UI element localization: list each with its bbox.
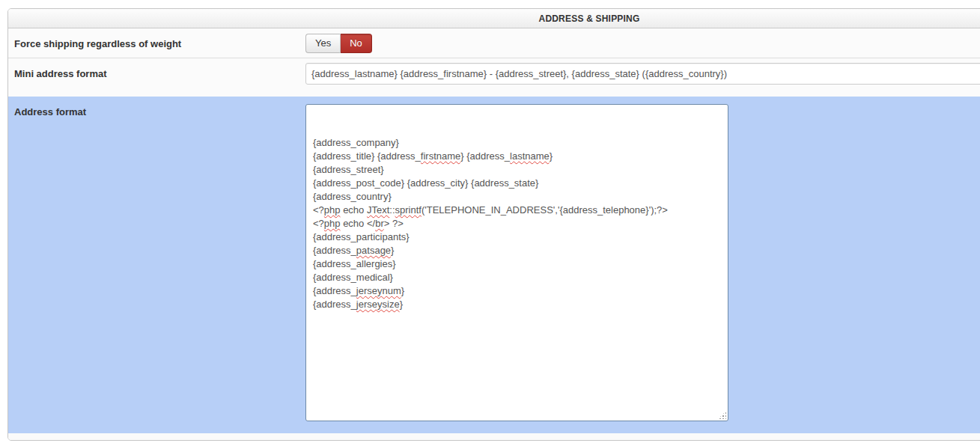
- force-shipping-yes-button[interactable]: Yes: [305, 34, 341, 53]
- force-shipping-toggle: Yes No: [305, 34, 372, 53]
- force-shipping-no-button[interactable]: No: [341, 34, 372, 53]
- mini-address-format-control: [305, 58, 980, 85]
- textarea-line: {address_jerseynum}: [313, 284, 721, 298]
- textarea-line: {address_patsage}: [313, 244, 721, 257]
- textarea-line: <?php echo </br> ?>: [313, 217, 721, 230]
- textarea-line: {address_post_code} {address_city} {addr…: [313, 177, 721, 190]
- textarea-line: <?php echo JText::sprintf('TELEPHONE_IN_…: [313, 204, 721, 217]
- mini-address-format-label: Mini address format: [8, 58, 305, 79]
- mini-address-format-row: Mini address format: [8, 58, 980, 97]
- textarea-line: {address_company}: [313, 136, 721, 150]
- resize-handle-icon[interactable]: [718, 411, 726, 419]
- textarea-line: {address_participants}: [313, 230, 721, 244]
- force-shipping-row: Force shipping regardless of weight Yes …: [8, 28, 980, 58]
- panel-header: ADDRESS & SHIPPING: [8, 9, 980, 28]
- address-format-label: Address format: [8, 97, 305, 117]
- address-format-row: Address format {address_company}{address…: [8, 97, 980, 433]
- mini-address-format-input[interactable]: [305, 63, 980, 85]
- address-format-control: {address_company}{address_title} {addres…: [305, 97, 980, 421]
- address-format-textarea[interactable]: {address_company}{address_title} {addres…: [305, 104, 728, 421]
- textarea-line: {address_jerseysize}: [313, 298, 721, 311]
- force-shipping-control: Yes No: [305, 28, 980, 53]
- address-shipping-panel: ADDRESS & SHIPPING Force shipping regard…: [7, 8, 980, 441]
- textarea-line: {address_title} {address_firstname} {add…: [313, 150, 721, 163]
- force-shipping-label: Force shipping regardless of weight: [8, 28, 305, 49]
- panel-title: ADDRESS & SHIPPING: [539, 13, 640, 24]
- panel-footer-row: [8, 433, 980, 441]
- textarea-line: {address_allergies}: [313, 257, 721, 271]
- textarea-line: {address_street}: [313, 163, 721, 177]
- textarea-line: {address_medical}: [313, 271, 721, 284]
- textarea-line: {address_country}: [313, 190, 721, 204]
